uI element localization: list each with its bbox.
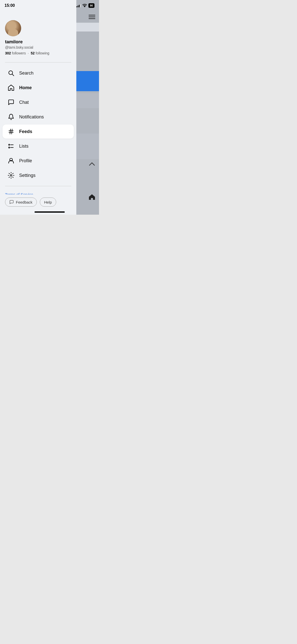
settings-label: Settings [19,173,36,178]
home-icon [8,84,15,91]
links-section: Terms of Service Privacy Policy [0,190,76,195]
nav-item-home[interactable]: Home [3,81,74,95]
nav-item-profile[interactable]: Profile [3,154,74,168]
chat-icon [8,99,15,106]
person-icon [8,157,15,164]
feeds-label: Feeds [19,129,32,134]
svg-line-5 [12,74,14,76]
hash-icon [8,128,15,135]
help-button[interactable]: Help [40,198,56,207]
terms-link[interactable]: Terms of Service [5,192,71,195]
profile-label: Profile [19,158,32,164]
notifications-label: Notifications [19,114,44,120]
home-label: Home [19,85,32,90]
gear-icon [8,172,15,179]
svg-line-8 [10,129,11,134]
scroll-up-button[interactable] [88,161,95,168]
chat-label: Chat [19,100,29,105]
battery-icon: 90 [88,3,94,8]
user-handle: @tami.bsky.social [5,45,71,49]
status-time: 15:00 [5,3,15,8]
bell-icon [8,113,15,120]
svg-point-3 [84,7,85,7]
user-avatar[interactable] [5,20,21,36]
hamburger-button[interactable] [88,14,95,21]
status-icons: 90 [76,3,94,8]
nav-list: Search Home Chat [0,65,76,184]
feedback-label: Feedback [16,200,32,204]
nav-item-chat[interactable]: Chat [3,95,74,109]
status-bar: 15:00 90 [0,0,99,11]
search-icon [8,70,15,77]
svg-point-11 [9,147,10,148]
nav-item-notifications[interactable]: Notifications [3,110,74,124]
lists-label: Lists [19,144,28,149]
feedback-button[interactable]: Feedback [5,198,37,207]
nav-item-settings[interactable]: Settings [3,168,74,182]
profile-section: tamilore @tami.bsky.social 302 followers… [0,18,76,60]
nav-item-search[interactable]: Search [3,66,74,80]
nav-item-lists[interactable]: Lists [3,139,74,153]
home-indicator [35,211,65,213]
svg-point-15 [10,175,12,176]
divider-top [5,62,71,62]
nav-item-feeds[interactable]: Feeds [3,124,74,139]
follow-stats: 302 followers · 52 following [5,51,71,55]
wifi-icon [82,4,87,8]
lists-icon [8,143,15,150]
home-tab-button[interactable] [88,194,95,202]
navigation-drawer: tamilore @tami.bsky.social 302 followers… [0,0,76,215]
svg-line-9 [12,129,12,134]
signal-icon [76,4,81,7]
username: tamilore [5,39,71,45]
search-label: Search [19,71,34,76]
divider-bottom [5,186,71,186]
help-label: Help [44,200,52,204]
svg-point-10 [9,144,10,145]
